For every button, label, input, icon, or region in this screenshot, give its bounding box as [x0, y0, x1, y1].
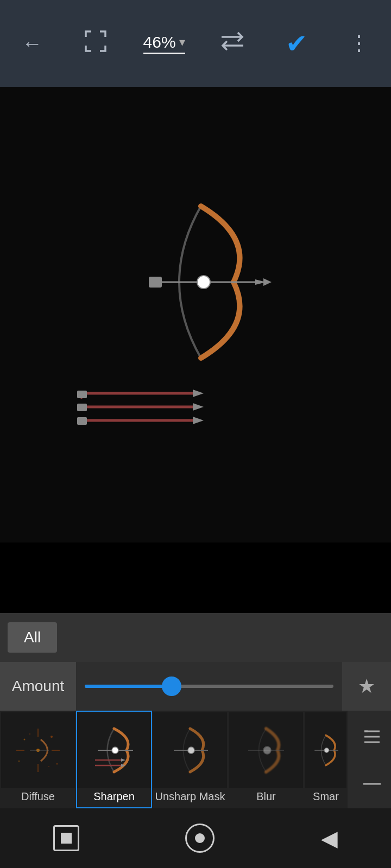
- svg-marker-6: [263, 278, 272, 286]
- svg-point-27: [48, 766, 49, 767]
- filter-strip: Diffuse Sharpen: [0, 711, 391, 808]
- svg-rect-9: [77, 391, 87, 398]
- slider-thumb[interactable]: [162, 676, 181, 696]
- filter-item-diffuse[interactable]: Diffuse: [0, 711, 76, 808]
- filter-thumb-diffuse: [1, 712, 75, 788]
- filter-thumb-unsharp-mask: [153, 712, 227, 788]
- svg-point-40: [324, 748, 329, 752]
- filter-label-smart: Smar: [313, 790, 339, 803]
- svg-point-38: [263, 746, 271, 754]
- svg-point-22: [24, 739, 26, 741]
- svg-marker-33: [121, 758, 125, 762]
- svg-marker-10: [193, 390, 204, 397]
- bow-illustration: [125, 195, 277, 369]
- amount-row: Amount ★: [0, 662, 391, 711]
- zoom-arrow: ▾: [179, 35, 185, 49]
- all-row: All: [0, 613, 391, 662]
- zoom-dropdown[interactable]: 46% ▾: [143, 33, 185, 54]
- canvas-area: [0, 87, 391, 542]
- star-icon: ★: [358, 675, 375, 698]
- svg-marker-13: [193, 403, 204, 411]
- filter-label-blur: Blur: [256, 790, 276, 803]
- expand-icon[interactable]: [78, 24, 113, 63]
- home-button[interactable]: [185, 824, 215, 853]
- svg-rect-12: [77, 404, 87, 411]
- svg-rect-15: [77, 417, 87, 425]
- filter-item-sharpen[interactable]: Sharpen: [76, 711, 152, 808]
- more-button[interactable]: ⋮: [343, 26, 375, 61]
- svg-point-36: [188, 747, 194, 754]
- filter-item-blur[interactable]: Blur: [228, 711, 304, 808]
- arrows-illustration: [76, 380, 217, 434]
- filter-label-unsharp-mask: Unsharp Mask: [155, 790, 225, 803]
- nav-bar: ◀: [0, 808, 391, 868]
- bottom-panel: All Amount ★: [0, 613, 391, 808]
- filter-thumb-smart: [305, 712, 346, 788]
- back-button-nav[interactable]: ◀: [321, 826, 338, 851]
- filter-thumb-blur: [229, 712, 303, 788]
- home-icon: [195, 833, 205, 843]
- svg-marker-16: [193, 417, 204, 424]
- svg-point-26: [29, 733, 30, 735]
- slider-container[interactable]: [76, 662, 342, 711]
- all-button[interactable]: All: [8, 622, 57, 653]
- svg-point-30: [112, 747, 118, 754]
- back-button[interactable]: ←: [16, 27, 48, 61]
- filter-label-sharpen: Sharpen: [93, 790, 135, 803]
- amount-label: Amount: [0, 662, 76, 711]
- svg-point-4: [197, 276, 210, 289]
- toolbar: ← 46% ▾ ✔ ⋮: [0, 0, 391, 87]
- svg-point-23: [51, 736, 53, 738]
- confirm-button[interactable]: ✔: [280, 23, 313, 64]
- filter-item-smart[interactable]: Smar: [304, 711, 348, 808]
- svg-point-25: [56, 763, 58, 765]
- filter-right-icons: [348, 711, 391, 808]
- swap-icon[interactable]: [215, 26, 250, 61]
- stop-button[interactable]: [53, 825, 79, 851]
- back-icon: ◀: [321, 826, 338, 850]
- slider-track[interactable]: [85, 685, 333, 688]
- svg-point-24: [18, 761, 20, 762]
- list-icon[interactable]: [362, 727, 382, 751]
- svg-rect-5: [149, 277, 162, 288]
- favorite-button[interactable]: ★: [342, 662, 391, 711]
- zoom-value: 46%: [143, 33, 176, 52]
- filter-thumb-sharpen: [77, 712, 151, 788]
- filter-label-diffuse: Diffuse: [21, 790, 55, 803]
- slider-fill: [85, 685, 172, 688]
- filter-item-unsharp-mask[interactable]: Unsharp Mask: [152, 711, 228, 808]
- stop-icon: [61, 833, 72, 844]
- minus-icon[interactable]: [362, 772, 382, 792]
